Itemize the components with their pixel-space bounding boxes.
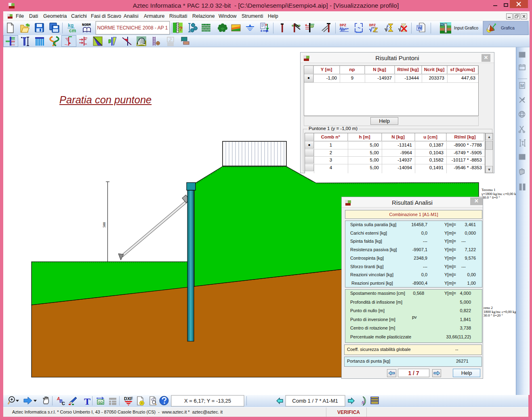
- svg-text:Grafica: Grafica: [501, 25, 515, 30]
- svg-text:500: 500: [102, 222, 106, 228]
- svg-text:M: M: [520, 83, 524, 88]
- svg-text:cm: cm: [69, 28, 76, 34]
- svg-text:NORME TECNICHE 2008 - AP 1: NORME TECNICHE 2008 - AP 1: [97, 25, 168, 31]
- svg-text:SD: SD: [98, 400, 103, 405]
- svg-text:+: +: [260, 29, 263, 33]
- svg-text:T: T: [84, 396, 90, 407]
- svg-text:W: W: [418, 25, 422, 30]
- svg-text:kg: kg: [68, 23, 74, 28]
- svg-text:NORM: NORM: [82, 23, 91, 27]
- svg-text:+: +: [265, 23, 267, 27]
- svg-text:C: C: [62, 401, 65, 406]
- svg-text:Comb 1 / 7 * A1-M1: Comb 1 / 7 * A1-M1: [292, 398, 338, 404]
- svg-text:DXF: DXF: [124, 396, 133, 401]
- svg-text:Input Grafico: Input Grafico: [454, 25, 478, 30]
- svg-text:2: 2: [387, 24, 389, 27]
- svg-text:X = 6,17; Y = -13,25: X = 6,17; Y = -13,25: [184, 398, 231, 404]
- svg-text:DPZ: DPZ: [340, 23, 346, 27]
- svg-text:7: 7: [372, 27, 374, 29]
- svg-text:7: 7: [387, 28, 389, 32]
- svg-text:?: ?: [179, 25, 183, 32]
